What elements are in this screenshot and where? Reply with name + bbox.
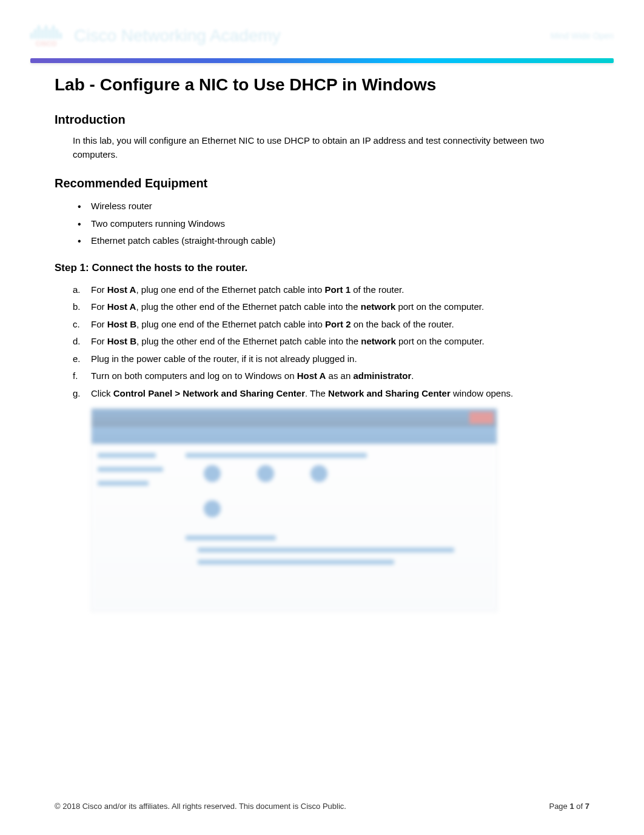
list-item: Two computers running Windows	[73, 215, 589, 233]
list-item: g. Click Control Panel > Network and Sha…	[73, 385, 589, 403]
document-content: Lab - Configure a NIC to Use DHCP in Win…	[30, 75, 614, 612]
window-main	[176, 444, 497, 611]
list-item: e. Plug in the power cable of the router…	[73, 350, 589, 368]
step-marker: g.	[73, 385, 81, 403]
step-marker: c.	[73, 316, 80, 334]
step-marker: a.	[73, 281, 81, 299]
step-marker: b.	[73, 298, 81, 316]
network-type-icon	[204, 500, 221, 517]
step1-list: a. For Host A, plug one end of the Ether…	[55, 281, 589, 403]
list-item: Wireless router	[73, 198, 589, 215]
introduction-text: In this lab, you will configure an Ether…	[55, 134, 589, 161]
brand-title: Cisco Networking Academy	[74, 26, 281, 45]
step1-heading: Step 1: Connect the hosts to the router.	[55, 262, 589, 274]
list-item: Ethernet patch cables (straight-through …	[73, 232, 589, 250]
window-sidebar	[92, 444, 176, 611]
internet-icon	[310, 465, 327, 482]
network-icon	[257, 465, 274, 482]
document-title: Lab - Configure a NIC to Use DHCP in Win…	[55, 75, 589, 95]
header-left: CISCO Cisco Networking Academy	[30, 24, 281, 47]
step-marker: d.	[73, 333, 81, 350]
cisco-logo: CISCO	[30, 24, 62, 47]
header-tagline: Mind Wide Open	[551, 31, 614, 41]
list-item: d. For Host B, plug the other end of the…	[73, 333, 589, 350]
introduction-heading: Introduction	[55, 113, 589, 127]
copyright-text: © 2018 Cisco and/or its affiliates. All …	[55, 802, 346, 811]
list-item: a. For Host A, plug one end of the Ether…	[73, 281, 589, 299]
window-toolbar	[92, 427, 497, 444]
document-footer: © 2018 Cisco and/or its affiliates. All …	[55, 802, 589, 811]
logo-text: CISCO	[36, 40, 57, 47]
list-item: b. For Host A, plug the other end of the…	[73, 298, 589, 316]
computer-icon	[204, 465, 221, 482]
close-icon	[469, 412, 494, 424]
list-item: c. For Host B, plug one end of the Ether…	[73, 316, 589, 334]
equipment-list: Wireless router Two computers running Wi…	[55, 198, 589, 250]
window-body	[92, 444, 497, 611]
document-page: CISCO Cisco Networking Academy Mind Wide…	[0, 0, 644, 835]
step-marker: e.	[73, 350, 81, 368]
network-sharing-center-screenshot	[91, 408, 497, 612]
page-number: Page 1 of 7	[549, 802, 589, 811]
cisco-bars-icon	[30, 24, 62, 39]
list-item: f. Turn on both computers and log on to …	[73, 367, 589, 385]
document-header: CISCO Cisco Networking Academy Mind Wide…	[30, 24, 614, 53]
step-marker: f.	[73, 367, 78, 385]
window-titlebar	[92, 409, 497, 427]
header-gradient-bar	[30, 58, 614, 63]
equipment-heading: Recommended Equipment	[55, 176, 589, 190]
